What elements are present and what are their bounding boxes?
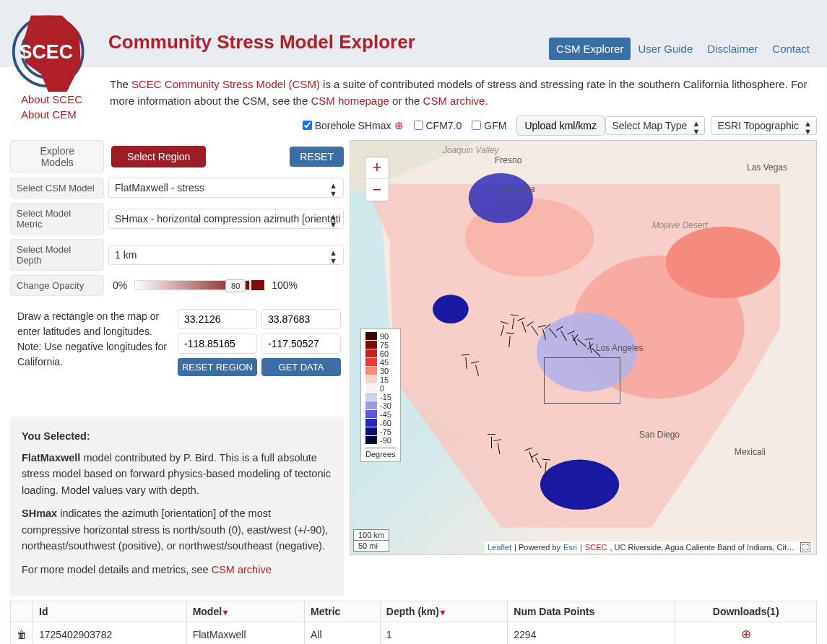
scec-attr-link[interactable]: SCEC <box>585 543 607 552</box>
download-row-icon[interactable]: ⊕ <box>675 622 817 644</box>
selected-region-rect[interactable] <box>544 357 620 404</box>
svg-point-12 <box>540 459 619 509</box>
cfm-checkbox[interactable]: CFM7.0 <box>414 120 462 131</box>
sort-icon: ▾ <box>441 607 445 617</box>
explore-models-tab[interactable]: Explore Models <box>10 140 104 173</box>
col-id[interactable]: Id <box>33 601 187 622</box>
esri-link[interactable]: Esri <box>563 543 577 552</box>
csm-homepage-link[interactable]: CSM homepage <box>311 95 389 107</box>
sort-icon: ▾ <box>223 607 228 617</box>
model-metric-label: Select Model Metric <box>10 203 104 235</box>
opacity-min: 0% <box>113 279 127 291</box>
nav-contact[interactable]: Contact <box>765 38 817 60</box>
selection-info: You Selected: FlatMaxwell model contribu… <box>10 417 344 597</box>
trash-icon[interactable]: 🗑 <box>11 622 33 644</box>
col-depth[interactable]: Depth (km)▾ <box>380 601 507 622</box>
chevron-down-icon: ▲▼ <box>693 120 701 136</box>
zoom-out-button[interactable]: − <box>365 179 389 201</box>
about-scec-link[interactable]: About SCEC <box>21 92 82 107</box>
color-legend: 9075604530150-15-30-45-60-75-90Degrees <box>360 328 401 462</box>
reset-region-button[interactable]: RESET REGION <box>178 358 257 376</box>
scec-logo: SCEC <box>10 9 93 92</box>
borehole-checkbox[interactable]: Borehole SHmax ⊕ <box>303 119 404 132</box>
csm-model-select[interactable]: FlatMaxwell - stress▲▼ <box>108 178 344 198</box>
fullscreen-icon[interactable]: ⛶ <box>800 542 810 552</box>
basemap-select[interactable]: ESRI Topographic▲▼ <box>711 116 817 135</box>
page-title: Community Stress Model Explorer <box>108 31 415 53</box>
svg-point-13 <box>666 227 781 298</box>
col-metric[interactable]: Metric <box>305 601 381 622</box>
gfm-checkbox[interactable]: GFM <box>472 120 506 131</box>
download-icon[interactable]: ⊕ <box>394 119 404 132</box>
lat1-field[interactable] <box>178 309 257 329</box>
csm-link[interactable]: SCEC Community Stress Model (CSM) <box>131 78 320 90</box>
select-region-tab[interactable]: Select Region <box>111 146 205 167</box>
opacity-handle[interactable]: 80 <box>225 279 246 292</box>
svg-point-9 <box>469 173 533 222</box>
nav-disclaimer[interactable]: Disclaimer <box>700 38 765 60</box>
scale-bar: 100 km 50 mi <box>353 529 389 552</box>
about-cem-link[interactable]: About CEM <box>21 107 82 122</box>
lon1-field[interactable] <box>178 334 257 354</box>
col-downloads[interactable]: Downloads(1) <box>675 601 817 622</box>
results-table: Id Model▾ Metric Depth (km)▾ Num Data Po… <box>10 601 817 644</box>
table-row: 🗑1725402903782FlatMaxwellAll12294⊕ <box>11 622 817 644</box>
model-metric-select[interactable]: SHmax - horizontal compression azimuth [… <box>108 209 344 229</box>
col-model[interactable]: Model▾ <box>186 601 304 622</box>
reset-button[interactable]: RESET <box>290 147 344 167</box>
svg-point-11 <box>433 295 469 323</box>
model-depth-label: Select Model Depth <box>10 239 104 271</box>
opacity-max: 100% <box>272 279 298 291</box>
get-data-button[interactable]: GET DATA <box>261 358 341 376</box>
intro-text: The SCEC Community Stress Model (CSM) is… <box>0 67 827 114</box>
nav-user-guide[interactable]: User Guide <box>631 38 700 60</box>
col-num[interactable]: Num Data Points <box>508 601 675 622</box>
zoom-in-button[interactable]: + <box>365 157 389 179</box>
tab-csm-explorer[interactable]: CSM Explorer <box>549 38 631 60</box>
csm-archive-link[interactable]: CSM archive <box>423 95 485 107</box>
upload-kml-button[interactable]: Upload kml/kmz <box>516 116 605 136</box>
opacity-label: Change Opacity <box>10 275 104 296</box>
lon2-field[interactable] <box>261 334 341 354</box>
lat2-field[interactable] <box>261 309 341 329</box>
model-depth-select[interactable]: 1 km▲▼ <box>108 245 344 265</box>
csm-model-label: Select CSM Model <box>10 178 104 199</box>
map-canvas[interactable]: Fresno California Las Vegas Mojave Deser… <box>350 140 817 555</box>
chevron-down-icon: ▲▼ <box>804 120 812 136</box>
region-instructions: Draw a rectangle on the map or enter lat… <box>17 309 170 376</box>
chevron-down-icon: ▲▼ <box>329 213 337 229</box>
chevron-down-icon: ▲▼ <box>329 182 337 198</box>
select-map-type[interactable]: Select Map Type▲▼ <box>605 116 705 135</box>
opacity-slider[interactable]: 80 <box>134 280 250 290</box>
csm-archive-link-2[interactable]: CSM archive <box>212 564 272 575</box>
leaflet-link[interactable]: Leaflet <box>488 543 511 552</box>
chevron-down-icon: ▲▼ <box>329 249 337 265</box>
svg-text:SCEC: SCEC <box>20 41 74 63</box>
map-attribution: Leaflet | Powered by Esri | SCEC , UC Ri… <box>485 541 813 553</box>
